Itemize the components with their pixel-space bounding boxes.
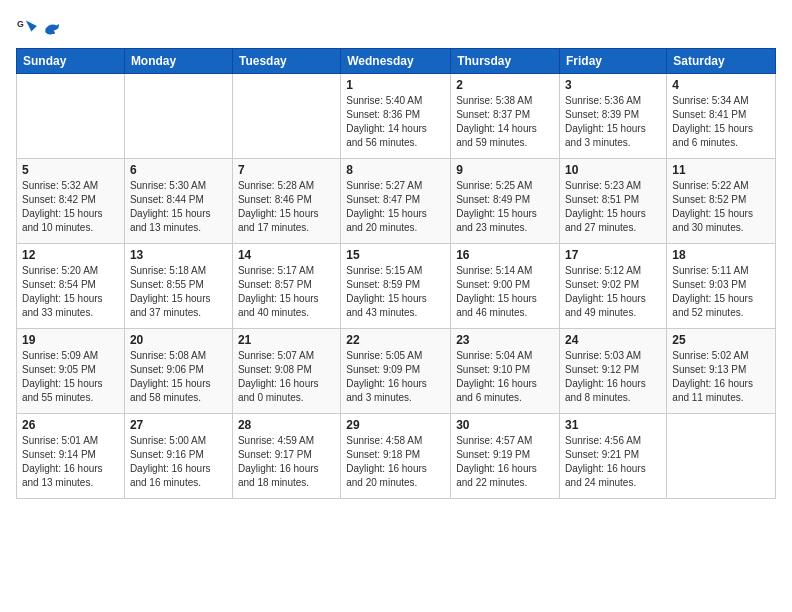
day-number: 27 [130, 418, 227, 432]
calendar-cell [667, 414, 776, 499]
weekday-header: Wednesday [341, 49, 451, 74]
day-info: Sunrise: 4:57 AM Sunset: 9:19 PM Dayligh… [456, 434, 554, 490]
calendar-cell: 24Sunrise: 5:03 AM Sunset: 9:12 PM Dayli… [560, 329, 667, 414]
calendar-cell: 22Sunrise: 5:05 AM Sunset: 9:09 PM Dayli… [341, 329, 451, 414]
day-info: Sunrise: 5:40 AM Sunset: 8:36 PM Dayligh… [346, 94, 445, 150]
day-info: Sunrise: 5:15 AM Sunset: 8:59 PM Dayligh… [346, 264, 445, 320]
weekday-header: Sunday [17, 49, 125, 74]
calendar-table: SundayMondayTuesdayWednesdayThursdayFrid… [16, 48, 776, 499]
day-number: 3 [565, 78, 661, 92]
day-number: 30 [456, 418, 554, 432]
day-number: 5 [22, 163, 119, 177]
day-number: 20 [130, 333, 227, 347]
day-number: 22 [346, 333, 445, 347]
day-number: 6 [130, 163, 227, 177]
weekday-header: Monday [124, 49, 232, 74]
calendar-cell: 23Sunrise: 5:04 AM Sunset: 9:10 PM Dayli… [451, 329, 560, 414]
day-info: Sunrise: 5:14 AM Sunset: 9:00 PM Dayligh… [456, 264, 554, 320]
calendar-cell: 31Sunrise: 4:56 AM Sunset: 9:21 PM Dayli… [560, 414, 667, 499]
day-number: 28 [238, 418, 335, 432]
day-info: Sunrise: 5:18 AM Sunset: 8:55 PM Dayligh… [130, 264, 227, 320]
calendar-week-row: 19Sunrise: 5:09 AM Sunset: 9:05 PM Dayli… [17, 329, 776, 414]
calendar-cell: 25Sunrise: 5:02 AM Sunset: 9:13 PM Dayli… [667, 329, 776, 414]
day-info: Sunrise: 5:32 AM Sunset: 8:42 PM Dayligh… [22, 179, 119, 235]
day-number: 26 [22, 418, 119, 432]
day-info: Sunrise: 5:07 AM Sunset: 9:08 PM Dayligh… [238, 349, 335, 405]
day-number: 12 [22, 248, 119, 262]
day-number: 8 [346, 163, 445, 177]
calendar-cell: 4Sunrise: 5:34 AM Sunset: 8:41 PM Daylig… [667, 74, 776, 159]
calendar-cell: 1Sunrise: 5:40 AM Sunset: 8:36 PM Daylig… [341, 74, 451, 159]
day-number: 16 [456, 248, 554, 262]
svg-marker-1 [26, 20, 37, 31]
day-info: Sunrise: 5:01 AM Sunset: 9:14 PM Dayligh… [22, 434, 119, 490]
logo-bird-icon [42, 20, 62, 38]
day-number: 29 [346, 418, 445, 432]
day-info: Sunrise: 5:27 AM Sunset: 8:47 PM Dayligh… [346, 179, 445, 235]
calendar-cell: 19Sunrise: 5:09 AM Sunset: 9:05 PM Dayli… [17, 329, 125, 414]
calendar-cell: 9Sunrise: 5:25 AM Sunset: 8:49 PM Daylig… [451, 159, 560, 244]
day-info: Sunrise: 4:59 AM Sunset: 9:17 PM Dayligh… [238, 434, 335, 490]
calendar-week-row: 12Sunrise: 5:20 AM Sunset: 8:54 PM Dayli… [17, 244, 776, 329]
day-info: Sunrise: 5:34 AM Sunset: 8:41 PM Dayligh… [672, 94, 770, 150]
day-info: Sunrise: 4:58 AM Sunset: 9:18 PM Dayligh… [346, 434, 445, 490]
calendar-week-row: 5Sunrise: 5:32 AM Sunset: 8:42 PM Daylig… [17, 159, 776, 244]
calendar-cell: 21Sunrise: 5:07 AM Sunset: 9:08 PM Dayli… [232, 329, 340, 414]
day-info: Sunrise: 5:11 AM Sunset: 9:03 PM Dayligh… [672, 264, 770, 320]
day-info: Sunrise: 5:04 AM Sunset: 9:10 PM Dayligh… [456, 349, 554, 405]
logo-icon: G [16, 16, 38, 38]
day-number: 1 [346, 78, 445, 92]
calendar-week-row: 26Sunrise: 5:01 AM Sunset: 9:14 PM Dayli… [17, 414, 776, 499]
day-info: Sunrise: 5:00 AM Sunset: 9:16 PM Dayligh… [130, 434, 227, 490]
day-info: Sunrise: 5:03 AM Sunset: 9:12 PM Dayligh… [565, 349, 661, 405]
calendar-cell: 27Sunrise: 5:00 AM Sunset: 9:16 PM Dayli… [124, 414, 232, 499]
day-number: 10 [565, 163, 661, 177]
calendar-cell: 11Sunrise: 5:22 AM Sunset: 8:52 PM Dayli… [667, 159, 776, 244]
calendar-cell: 10Sunrise: 5:23 AM Sunset: 8:51 PM Dayli… [560, 159, 667, 244]
day-number: 13 [130, 248, 227, 262]
calendar-cell: 14Sunrise: 5:17 AM Sunset: 8:57 PM Dayli… [232, 244, 340, 329]
day-info: Sunrise: 5:05 AM Sunset: 9:09 PM Dayligh… [346, 349, 445, 405]
calendar-cell: 28Sunrise: 4:59 AM Sunset: 9:17 PM Dayli… [232, 414, 340, 499]
day-info: Sunrise: 5:02 AM Sunset: 9:13 PM Dayligh… [672, 349, 770, 405]
weekday-header: Friday [560, 49, 667, 74]
calendar-cell [124, 74, 232, 159]
day-number: 15 [346, 248, 445, 262]
page-header: G [16, 16, 776, 38]
day-number: 2 [456, 78, 554, 92]
calendar-week-row: 1Sunrise: 5:40 AM Sunset: 8:36 PM Daylig… [17, 74, 776, 159]
day-number: 19 [22, 333, 119, 347]
day-info: Sunrise: 4:56 AM Sunset: 9:21 PM Dayligh… [565, 434, 661, 490]
day-number: 23 [456, 333, 554, 347]
day-info: Sunrise: 5:12 AM Sunset: 9:02 PM Dayligh… [565, 264, 661, 320]
calendar-cell: 8Sunrise: 5:27 AM Sunset: 8:47 PM Daylig… [341, 159, 451, 244]
day-number: 31 [565, 418, 661, 432]
day-number: 24 [565, 333, 661, 347]
day-info: Sunrise: 5:36 AM Sunset: 8:39 PM Dayligh… [565, 94, 661, 150]
day-info: Sunrise: 5:23 AM Sunset: 8:51 PM Dayligh… [565, 179, 661, 235]
calendar-cell: 13Sunrise: 5:18 AM Sunset: 8:55 PM Dayli… [124, 244, 232, 329]
day-number: 11 [672, 163, 770, 177]
day-number: 4 [672, 78, 770, 92]
calendar-cell: 5Sunrise: 5:32 AM Sunset: 8:42 PM Daylig… [17, 159, 125, 244]
day-number: 18 [672, 248, 770, 262]
day-info: Sunrise: 5:30 AM Sunset: 8:44 PM Dayligh… [130, 179, 227, 235]
day-info: Sunrise: 5:22 AM Sunset: 8:52 PM Dayligh… [672, 179, 770, 235]
calendar-cell: 30Sunrise: 4:57 AM Sunset: 9:19 PM Dayli… [451, 414, 560, 499]
day-number: 9 [456, 163, 554, 177]
calendar-cell: 3Sunrise: 5:36 AM Sunset: 8:39 PM Daylig… [560, 74, 667, 159]
day-number: 21 [238, 333, 335, 347]
day-number: 14 [238, 248, 335, 262]
weekday-header: Thursday [451, 49, 560, 74]
calendar-cell: 29Sunrise: 4:58 AM Sunset: 9:18 PM Dayli… [341, 414, 451, 499]
svg-text:G: G [17, 19, 24, 29]
calendar-cell: 12Sunrise: 5:20 AM Sunset: 8:54 PM Dayli… [17, 244, 125, 329]
day-info: Sunrise: 5:09 AM Sunset: 9:05 PM Dayligh… [22, 349, 119, 405]
day-info: Sunrise: 5:28 AM Sunset: 8:46 PM Dayligh… [238, 179, 335, 235]
day-info: Sunrise: 5:17 AM Sunset: 8:57 PM Dayligh… [238, 264, 335, 320]
calendar-cell [17, 74, 125, 159]
calendar-cell: 2Sunrise: 5:38 AM Sunset: 8:37 PM Daylig… [451, 74, 560, 159]
calendar-cell: 26Sunrise: 5:01 AM Sunset: 9:14 PM Dayli… [17, 414, 125, 499]
day-number: 7 [238, 163, 335, 177]
day-info: Sunrise: 5:38 AM Sunset: 8:37 PM Dayligh… [456, 94, 554, 150]
